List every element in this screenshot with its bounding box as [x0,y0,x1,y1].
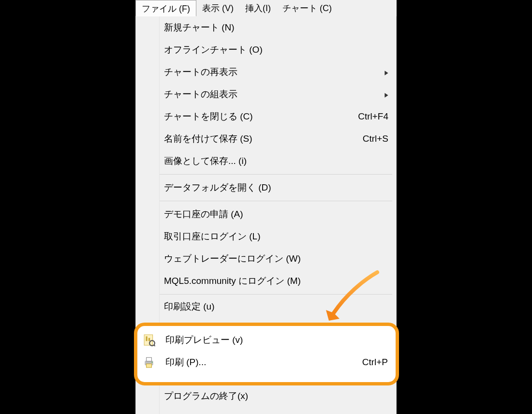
menuitem-label: オフラインチャート (O) [159,44,396,56]
menuitem-label: ウェブトレーダーにログイン (W) [159,252,396,265]
menuitem-open-data-folder[interactable]: データフォルダを開く (D) [136,177,396,199]
menuitem-label: プログラムの終了(x) [159,390,396,402]
menuitem-close-chart[interactable]: チャートを閉じる (C) Ctrl+F4 [136,105,396,128]
menuitem-label: デモ口座の申請 (A) [159,208,396,221]
menuitem-label: 印刷設定 (u) [159,300,396,313]
menuitem-login-trade[interactable]: 取引口座にログイン (L) [136,225,396,248]
menuitem-label: 名前を付けて保存 (S) [159,133,363,145]
menuitem-print-setup[interactable]: 印刷設定 (u) [136,296,396,314]
submenu-arrow-icon [384,91,389,97]
menuitem-request-demo[interactable]: デモ口座の申請 (A) [136,203,396,225]
printer-icon [137,356,161,369]
menuitem-label: 新規チャート (N) [159,21,396,34]
menu-insert[interactable]: 挿入(I) [239,0,277,16]
menu-file[interactable]: ファイル (F) [135,0,196,16]
menuitem-redisplay-chart[interactable]: チャートの再表示 [136,61,396,83]
menuitem-label: データフォルダを開く (D) [159,181,396,194]
menuitem-label: 画像として保存... (i) [159,155,396,167]
menuitem-label: MQL5.community にログイン (M) [159,275,396,287]
svg-rect-26 [147,364,152,368]
menuitem-print[interactable]: 印刷 (P)... Ctrl+P [137,351,396,373]
file-dropdown: 新規チャート (N) オフラインチャート (O) チャートの再表示 チャートの組… [135,16,397,414]
menuitem-label: チャートを閉じる (C) [159,110,358,123]
highlight-box: 印刷プレビュー (v) 印刷 (P)... Ctrl+P [134,323,399,385]
menuitem-new-chart[interactable]: 新規チャート (N) [136,16,396,39]
menuitem-print-preview[interactable]: 印刷プレビュー (v) [137,329,396,351]
menu-view[interactable]: 表示 (V) [196,0,239,16]
menuitem-exit[interactable]: プログラムの終了(x) [136,385,396,407]
menuitem-label: 取引口座にログイン (L) [159,230,396,243]
menuitem-save-as[interactable]: 名前を付けて保存 (S) Ctrl+S [136,128,396,150]
submenu-arrow-icon [384,69,389,75]
menuitem-label: チャートの組表示 [159,88,384,101]
menuitem-save-image[interactable]: 画像として保存... (i) [136,150,396,172]
menuitem-accelerator: Ctrl+S [363,133,396,144]
menuitem-offline-chart[interactable]: オフラインチャート (O) [136,39,396,61]
menuitem-login-mql5[interactable]: 5 MQL5.community にログイン (M) [136,270,396,292]
svg-point-27 [151,362,152,363]
menu-separator [159,294,392,295]
menuitem-label: チャートの再表示 [159,66,384,78]
menuitem-label: 印刷 (P)... [161,356,362,369]
menu-separator [159,174,392,175]
menu-separator [159,201,392,201]
menuitem-label: 印刷プレビュー (v) [161,334,396,346]
menuitem-accelerator: Ctrl+P [362,357,396,368]
print-preview-icon [137,334,161,346]
menuitem-chart-group[interactable]: チャートの組表示 [136,83,396,105]
svg-rect-22 [148,338,150,341]
menuitem-login-web[interactable]: ウェブトレーダーにログイン (W) [136,248,396,270]
menu-chart[interactable]: チャート (C) [277,0,338,16]
svg-rect-25 [147,357,152,361]
svg-rect-21 [146,336,148,341]
menubar: ファイル (F) 表示 (V) 挿入(I) チャート (C) [135,0,397,17]
menuitem-accelerator: Ctrl+F4 [358,111,396,122]
